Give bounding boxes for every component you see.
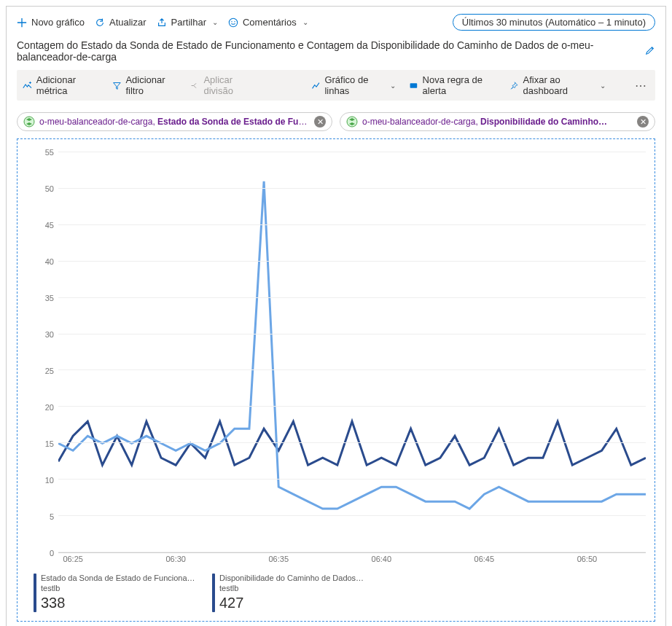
pin-button[interactable]: Afixar ao dashboard ⌄ bbox=[509, 74, 606, 96]
metric-pills: o-meu-balanceador-de-carga, Estado da So… bbox=[17, 112, 655, 131]
series-line bbox=[58, 181, 646, 509]
new-chart-label: Novo gráfico bbox=[31, 17, 85, 28]
apply-split-label: Aplicar divisão bbox=[203, 74, 255, 96]
add-metric-button[interactable]: Adicionar métrica bbox=[23, 74, 99, 96]
legend-item[interactable]: Disponibilidade do Caminho de Dados… tes… bbox=[212, 574, 376, 612]
alert-icon bbox=[409, 80, 418, 91]
svg-rect-3 bbox=[410, 83, 417, 87]
pencil-icon bbox=[645, 45, 655, 55]
legend-metric-name: Estado da Sonda de Estado de Funcionamen… bbox=[41, 574, 198, 584]
add-filter-label: Adicionar filtro bbox=[125, 74, 176, 96]
x-tick-label: 06:35 bbox=[268, 555, 289, 563]
share-label: Partilhar bbox=[171, 17, 206, 28]
x-tick-label: 06:25 bbox=[63, 555, 83, 563]
metrics-page: Novo gráfico Atualizar Partilhar ⌄ Comen… bbox=[6, 6, 666, 626]
comments-label: Comentários bbox=[243, 17, 297, 28]
new-alert-button[interactable]: Nova regra de alerta bbox=[409, 74, 496, 96]
comments-button[interactable]: Comentários ⌄ bbox=[228, 15, 308, 29]
y-tick-label: 45 bbox=[45, 221, 54, 230]
x-tick-label: 06:45 bbox=[474, 555, 495, 563]
add-metric-label: Adicionar métrica bbox=[36, 74, 99, 96]
y-tick-label: 30 bbox=[45, 330, 54, 339]
pin-icon bbox=[509, 80, 519, 91]
line-chart-svg bbox=[58, 152, 646, 552]
line-chart-icon bbox=[311, 80, 321, 91]
time-range-label: Últimos 30 minutos (Automático – 1 minut… bbox=[462, 17, 646, 28]
refresh-label: Atualizar bbox=[109, 17, 146, 28]
top-toolbar: Novo gráfico Atualizar Partilhar ⌄ Comen… bbox=[17, 14, 655, 31]
legend-resource-name: testlb bbox=[41, 584, 198, 594]
x-tick-label: 06:50 bbox=[577, 555, 598, 563]
legend-color-swatch bbox=[212, 574, 215, 612]
share-icon bbox=[157, 17, 167, 28]
x-tick-label: 06:30 bbox=[165, 555, 186, 563]
remove-pill-button[interactable]: ✕ bbox=[314, 116, 326, 128]
legend-resource-name: testlb bbox=[219, 584, 364, 594]
refresh-button[interactable]: Atualizar bbox=[95, 15, 146, 29]
plot-area: 0510152025303540455055 bbox=[26, 152, 646, 553]
smiley-icon bbox=[228, 17, 238, 28]
metric-pill[interactable]: o-meu-balanceador-de-carga, Disponibilid… bbox=[340, 112, 655, 131]
legend-value: 427 bbox=[219, 594, 364, 612]
close-icon: ✕ bbox=[317, 118, 324, 126]
split-icon bbox=[190, 80, 200, 91]
chart-type-select[interactable]: Gráfico de linhas ⌄ bbox=[311, 74, 396, 96]
metric-toolbar: Adicionar métrica Adicionar filtro Aplic… bbox=[17, 70, 655, 101]
load-balancer-icon bbox=[346, 116, 358, 128]
y-tick-label: 0 bbox=[50, 549, 54, 557]
y-tick-label: 55 bbox=[45, 148, 54, 157]
load-balancer-icon bbox=[23, 116, 35, 128]
new-chart-button[interactable]: Novo gráfico bbox=[17, 15, 85, 29]
refresh-icon bbox=[95, 17, 105, 28]
x-axis: 06:2506:3006:3506:4006:4506:50 bbox=[58, 555, 646, 566]
chart-container: 0510152025303540455055 06:2506:3006:3506… bbox=[17, 138, 655, 622]
y-tick-label: 50 bbox=[45, 184, 54, 193]
plot[interactable] bbox=[58, 152, 646, 553]
apply-split-button: Aplicar divisão bbox=[190, 74, 256, 96]
legend: Estado da Sonda de Estado de Funcionamen… bbox=[34, 574, 646, 612]
chevron-down-icon: ⌄ bbox=[212, 18, 218, 26]
chevron-down-icon: ⌄ bbox=[600, 82, 606, 90]
y-tick-label: 35 bbox=[45, 294, 54, 302]
new-alert-label: Nova regra de alerta bbox=[423, 74, 496, 96]
legend-value: 338 bbox=[41, 594, 198, 612]
metric-pill-text: o-meu-balanceador-de-carga, Disponibilid… bbox=[362, 117, 633, 127]
y-axis: 0510152025303540455055 bbox=[26, 152, 58, 553]
remove-pill-button[interactable]: ✕ bbox=[637, 116, 649, 128]
edit-title-button[interactable] bbox=[645, 45, 655, 58]
more-menu-button[interactable]: ⋯ bbox=[632, 79, 649, 93]
metric-pill-text: o-meu-balanceador-de-carga, Estado da So… bbox=[39, 117, 310, 127]
time-range-selector[interactable]: Últimos 30 minutos (Automático – 1 minut… bbox=[453, 14, 655, 31]
title-row: Contagem do Estado da Sonda de Estado de… bbox=[17, 39, 655, 63]
chart-title: Contagem do Estado da Sonda de Estado de… bbox=[17, 39, 639, 63]
y-tick-label: 25 bbox=[45, 367, 54, 375]
pin-label: Afixar ao dashboard bbox=[523, 74, 595, 96]
svg-point-1 bbox=[231, 20, 232, 21]
legend-item[interactable]: Estado da Sonda de Estado de Funcionamen… bbox=[34, 574, 198, 612]
close-icon: ✕ bbox=[640, 118, 646, 126]
ellipsis-icon: ⋯ bbox=[635, 79, 646, 92]
svg-point-0 bbox=[229, 18, 237, 26]
chart-type-label: Gráfico de linhas bbox=[324, 74, 383, 96]
add-filter-button[interactable]: Adicionar filtro bbox=[112, 74, 177, 96]
y-tick-label: 15 bbox=[45, 439, 54, 448]
x-tick-label: 06:40 bbox=[372, 555, 392, 563]
metric-line-icon bbox=[23, 80, 32, 91]
y-tick-label: 10 bbox=[45, 476, 54, 485]
metric-pill[interactable]: o-meu-balanceador-de-carga, Estado da So… bbox=[17, 112, 332, 131]
y-tick-label: 20 bbox=[45, 403, 54, 412]
chevron-down-icon: ⌄ bbox=[302, 18, 308, 26]
y-tick-label: 5 bbox=[50, 512, 54, 521]
legend-color-swatch bbox=[34, 574, 36, 612]
chevron-down-icon: ⌄ bbox=[390, 82, 396, 90]
plus-icon bbox=[17, 17, 27, 28]
filter-icon bbox=[112, 80, 122, 91]
svg-point-2 bbox=[234, 20, 235, 21]
share-button[interactable]: Partilhar ⌄ bbox=[157, 15, 218, 29]
legend-metric-name: Disponibilidade do Caminho de Dados… bbox=[219, 574, 364, 584]
y-tick-label: 40 bbox=[45, 257, 54, 266]
